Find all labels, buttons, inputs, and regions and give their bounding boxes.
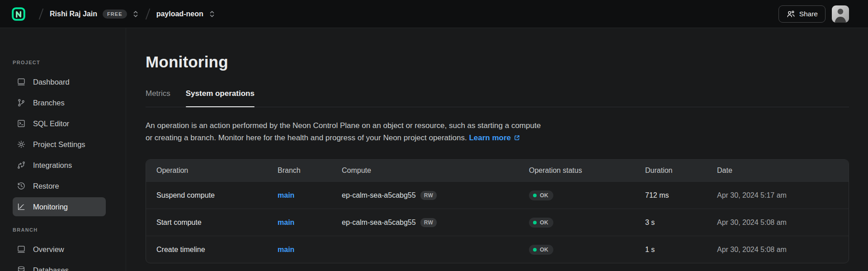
date-cell: Apr 30, 2024 5:17 am xyxy=(717,191,849,200)
sidebar-item-project-settings[interactable]: Project Settings xyxy=(13,135,106,154)
operation-cell: Create timeline xyxy=(156,246,278,254)
sidebar-section-project: PROJECT Dashboard Branches SQL Editor Pr… xyxy=(0,60,126,216)
description-line1: An operation is an action performed by t… xyxy=(146,119,849,132)
column-header-date: Date xyxy=(717,166,849,175)
date-cell: Apr 30, 2024 5:08 am xyxy=(717,219,849,227)
duration-cell: 712 ms xyxy=(645,191,717,200)
databases-icon xyxy=(17,266,26,271)
status-badge: OK xyxy=(529,245,553,255)
branch-link[interactable]: main xyxy=(278,191,294,199)
branch-link[interactable]: main xyxy=(278,246,294,253)
user-avatar[interactable] xyxy=(832,5,849,23)
sidebar-item-label: Restore xyxy=(33,182,59,190)
chevron-updown-icon xyxy=(132,10,139,18)
sidebar-item-label: Integrations xyxy=(33,161,72,170)
column-header-branch: Branch xyxy=(278,166,342,175)
status-ok-dot-icon xyxy=(533,221,537,224)
compute-name: ep-calm-sea-a5cabg55 xyxy=(342,191,416,200)
status-cell: OK xyxy=(529,190,645,200)
operation-cell: Suspend compute xyxy=(156,191,278,200)
org-selector[interactable]: Rishi Raj Jain FREE xyxy=(50,10,139,19)
column-header-compute: Compute xyxy=(342,166,529,175)
dashboard-icon xyxy=(17,77,26,86)
branch-cell: main xyxy=(278,219,342,227)
status-label: OK xyxy=(540,192,548,199)
column-header-duration: Duration xyxy=(645,166,717,175)
branch-cell: main xyxy=(278,191,342,200)
status-label: OK xyxy=(540,219,548,226)
operations-table-header: OperationBranchComputeOperation statusDu… xyxy=(146,160,849,181)
status-ok-dot-icon xyxy=(533,248,537,252)
share-button[interactable]: Share xyxy=(778,5,826,23)
sidebar: PROJECT Dashboard Branches SQL Editor Pr… xyxy=(0,28,126,271)
project-selector[interactable]: payload-neon xyxy=(156,10,216,18)
neon-logo-icon[interactable] xyxy=(12,7,25,21)
restore-icon xyxy=(17,181,26,190)
compute-cell: ep-calm-sea-a5cabg55 RW xyxy=(342,218,529,227)
share-label: Share xyxy=(799,10,818,18)
sidebar-item-label: Branches xyxy=(33,99,65,107)
operation-cell: Start compute xyxy=(156,219,278,227)
sidebar-item-monitoring[interactable]: Monitoring xyxy=(13,197,106,216)
status-label: OK xyxy=(540,247,548,253)
monitoring-icon xyxy=(17,202,26,211)
compute-rw-badge: RW xyxy=(420,191,437,200)
sidebar-item-branches[interactable]: Branches xyxy=(13,93,106,112)
sidebar-item-label: SQL Editor xyxy=(33,119,69,128)
sidebar-item-sql-editor[interactable]: SQL Editor xyxy=(13,114,106,133)
learn-more-link[interactable]: Learn more xyxy=(469,133,511,142)
integrations-icon xyxy=(17,161,26,170)
sidebar-item-overview[interactable]: Overview xyxy=(13,240,106,259)
sidebar-item-label: Project Settings xyxy=(33,140,85,149)
sidebar-section-branch: BRANCH Overview Databases xyxy=(0,227,126,271)
overview-icon xyxy=(17,245,26,254)
page-title: Monitoring xyxy=(146,53,849,71)
duration-cell: 3 s xyxy=(645,219,717,227)
operations-table-body: Suspend compute main ep-calm-sea-a5cabg5… xyxy=(146,181,849,263)
tab-system-operations[interactable]: System operations xyxy=(186,89,255,107)
sidebar-item-dashboard[interactable]: Dashboard xyxy=(13,72,106,91)
project-name: payload-neon xyxy=(156,10,203,18)
sidebar-item-databases[interactable]: Databases xyxy=(13,261,106,271)
plan-badge: FREE xyxy=(103,10,127,19)
breadcrumb-divider xyxy=(39,8,44,19)
operations-table: OperationBranchComputeOperation statusDu… xyxy=(146,159,849,263)
status-badge: OK xyxy=(529,190,553,200)
breadcrumb-divider xyxy=(145,8,150,19)
tab-metrics[interactable]: Metrics xyxy=(146,89,170,107)
sidebar-section-label: PROJECT xyxy=(13,60,126,65)
sidebar-item-label: Overview xyxy=(33,245,64,254)
table-row: Start compute main ep-calm-sea-a5cabg55 … xyxy=(146,209,849,236)
column-header-operation-status: Operation status xyxy=(529,166,645,175)
compute-rw-badge: RW xyxy=(420,218,437,227)
status-badge: OK xyxy=(529,218,553,228)
operations-description: An operation is an action performed by t… xyxy=(146,119,849,145)
status-cell: OK xyxy=(529,245,645,255)
compute-cell: ep-calm-sea-a5cabg55 RW xyxy=(342,191,529,200)
sidebar-item-integrations[interactable]: Integrations xyxy=(13,156,106,175)
sidebar-item-label: Databases xyxy=(33,266,69,271)
chevron-updown-icon xyxy=(208,10,216,18)
app-header: Rishi Raj Jain FREE payload-neon Share xyxy=(0,0,868,28)
status-cell: OK xyxy=(529,218,645,228)
org-name: Rishi Raj Jain xyxy=(50,10,97,18)
date-cell: Apr 30, 2024 5:08 am xyxy=(717,246,849,254)
branches-icon xyxy=(17,98,26,107)
sidebar-section-label: BRANCH xyxy=(13,227,126,233)
external-link-icon xyxy=(514,133,520,145)
sidebar-item-label: Dashboard xyxy=(33,78,70,86)
sidebar-item-restore[interactable]: Restore xyxy=(13,176,106,195)
sql-editor-icon xyxy=(17,119,26,128)
column-header-operation: Operation xyxy=(156,166,278,175)
branch-link[interactable]: main xyxy=(278,219,294,226)
description-line2: or creating a branch. Monitor here for t… xyxy=(146,133,467,142)
sidebar-item-label: Monitoring xyxy=(33,203,68,211)
tab-bar: MetricsSystem operations xyxy=(146,89,849,107)
table-row: Suspend compute main ep-calm-sea-a5cabg5… xyxy=(146,181,849,209)
share-users-icon xyxy=(786,10,795,19)
compute-name: ep-calm-sea-a5cabg55 xyxy=(342,219,416,227)
status-ok-dot-icon xyxy=(533,194,537,197)
duration-cell: 1 s xyxy=(645,246,717,254)
branch-cell: main xyxy=(278,246,342,254)
table-row: Create timeline main OK 1 s Apr 30, 2024… xyxy=(146,236,849,263)
